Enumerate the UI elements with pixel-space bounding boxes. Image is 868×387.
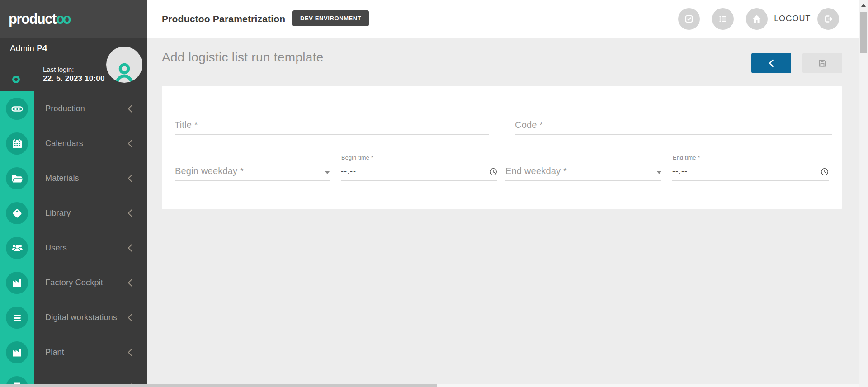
- sidebar-item-materials[interactable]: Materials: [0, 161, 147, 196]
- main-content: Add logistic list run template Title * C…: [147, 38, 868, 387]
- end-time-field[interactable]: End time * --:--: [672, 165, 829, 181]
- chevron-left-icon: [127, 243, 133, 253]
- begin-time-value: --:--: [341, 167, 356, 176]
- home-button[interactable]: [746, 8, 768, 30]
- end-weekday-placeholder: End weekday *: [505, 166, 567, 176]
- sidebar-item-plant[interactable]: Plant: [0, 335, 147, 370]
- app-title: Productoo Parametrization: [162, 0, 285, 38]
- checkbox-icon: [682, 12, 696, 26]
- begin-time-label: Begin time *: [341, 155, 373, 161]
- sidebar-item-digital-workstations[interactable]: Digital workstations: [0, 300, 147, 335]
- tag-icon: [6, 202, 28, 224]
- list-icon: [716, 12, 730, 26]
- chevron-left-icon: [127, 348, 133, 357]
- sidebar-item-users[interactable]: Users: [0, 231, 147, 265]
- sidebar-item-calendars[interactable]: Calendars: [0, 126, 147, 161]
- scroll-up-arrow-icon[interactable]: [861, 4, 866, 7]
- logout-link[interactable]: LOGOUT: [774, 14, 811, 24]
- logo-text-white: product: [9, 11, 56, 27]
- title-field[interactable]: Title *: [175, 115, 489, 135]
- sidebar-item-factory-cockpit[interactable]: Factory Cockpit: [0, 265, 147, 300]
- chevron-left-icon: [127, 313, 133, 322]
- logo-text-teal: oo: [56, 11, 70, 27]
- environment-badge: DEV ENVIRONMENT: [292, 10, 369, 26]
- begin-weekday-placeholder: Begin weekday *: [175, 166, 244, 176]
- folder-icon: [6, 167, 28, 189]
- sidebar-item-production[interactable]: Production: [0, 91, 147, 126]
- title-placeholder: Title *: [175, 120, 198, 130]
- status-ring-icon: [12, 76, 20, 83]
- code-placeholder: Code *: [515, 120, 543, 130]
- signout-button[interactable]: [817, 8, 839, 30]
- factory-icon: [6, 272, 28, 294]
- signout-icon: [821, 12, 835, 26]
- sidebar-item-library[interactable]: Library: [0, 196, 147, 231]
- lines-icon: [6, 307, 28, 329]
- sidebar-item-label: Calendars: [45, 126, 83, 161]
- code-field[interactable]: Code *: [515, 115, 832, 135]
- page-title: Add logistic list run template: [162, 50, 324, 65]
- sidebar-menu: Production Calendars Materials Library: [0, 91, 147, 387]
- dropdown-arrow-icon: [325, 171, 330, 174]
- person-icon: [114, 61, 134, 83]
- avatar[interactable]: [106, 47, 142, 83]
- save-icon: [815, 56, 830, 71]
- end-time-value: --:--: [672, 167, 688, 176]
- form-card: Title * Code * Begin weekday * Begin tim…: [162, 86, 842, 209]
- vertical-scrollbar-thumb[interactable]: [860, 12, 867, 53]
- top-bar: Productoo Parametrization DEV ENVIRONMEN…: [147, 0, 868, 38]
- chevron-left-icon: [127, 208, 133, 218]
- last-login-label: Last login:: [43, 66, 74, 73]
- user-name-bold: P4: [37, 43, 47, 53]
- sidebar-item-label: Library: [45, 196, 71, 231]
- end-time-label: End time *: [673, 155, 700, 161]
- topbar-actions: LOGOUT: [678, 0, 839, 38]
- save-button[interactable]: [802, 53, 842, 73]
- clock-icon[interactable]: [821, 168, 829, 176]
- last-login-value: 22. 5. 2023 10:00: [43, 74, 105, 83]
- chevron-left-icon: [127, 104, 133, 113]
- clock-icon[interactable]: [489, 168, 497, 176]
- scrollbar-corner: [859, 384, 868, 387]
- conveyor-icon: [6, 98, 28, 120]
- vertical-scrollbar[interactable]: [859, 0, 868, 384]
- sidebar: Admin P4 Last login: 22. 5. 2023 10:00 P…: [0, 38, 147, 387]
- users-icon: [6, 237, 28, 259]
- sidebar-item-label: Plant: [45, 335, 64, 370]
- begin-time-field[interactable]: Begin time * --:--: [341, 165, 497, 181]
- horizontal-scrollbar-thumb[interactable]: [0, 384, 437, 387]
- horizontal-scrollbar[interactable]: [0, 384, 859, 387]
- home-icon: [750, 12, 764, 26]
- end-weekday-select[interactable]: End weekday *: [505, 165, 661, 181]
- productoo-logo[interactable]: productoo: [9, 11, 70, 27]
- factory-icon: [6, 341, 28, 363]
- chevron-left-icon: [127, 278, 133, 288]
- logo-block: productoo: [0, 0, 147, 38]
- sidebar-item-label: Materials: [45, 161, 79, 196]
- calendar-icon: [6, 132, 28, 155]
- sidebar-item-label: Users: [45, 231, 67, 265]
- back-button[interactable]: [751, 53, 791, 73]
- chevron-left-icon: [127, 139, 133, 148]
- dropdown-arrow-icon: [657, 171, 661, 174]
- chevron-left-icon: [127, 174, 133, 183]
- user-name: Admin P4: [10, 43, 47, 53]
- chevron-left-icon: [766, 56, 777, 71]
- sidebar-item-label: Factory Cockpit: [45, 265, 103, 300]
- list-menu-button[interactable]: [712, 8, 734, 30]
- sidebar-item-label: Production: [45, 91, 85, 126]
- sidebar-item-label: Digital workstations: [45, 300, 117, 335]
- begin-weekday-select[interactable]: Begin weekday *: [175, 165, 330, 181]
- tasks-checkbox-button[interactable]: [678, 8, 700, 30]
